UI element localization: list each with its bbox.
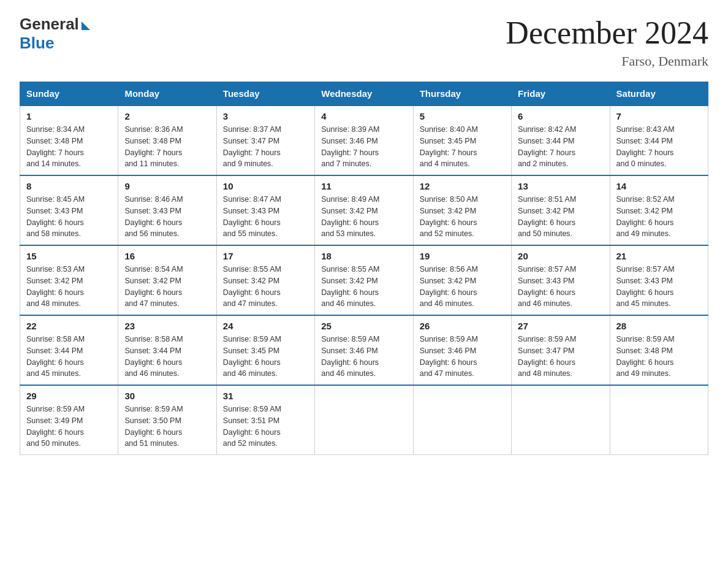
day-info: Sunrise: 8:51 AMSunset: 3:42 PMDaylight:… (518, 194, 603, 240)
calendar-cell: 13 Sunrise: 8:51 AMSunset: 3:42 PMDaylig… (512, 175, 610, 245)
day-info: Sunrise: 8:57 AMSunset: 3:43 PMDaylight:… (518, 264, 603, 310)
calendar-table: Sunday Monday Tuesday Wednesday Thursday… (20, 82, 708, 455)
calendar-cell: 21 Sunrise: 8:57 AMSunset: 3:43 PMDaylig… (610, 245, 708, 315)
day-number: 8 (26, 181, 112, 191)
day-info: Sunrise: 8:56 AMSunset: 3:42 PMDaylight:… (420, 264, 505, 310)
calendar-cell: 26 Sunrise: 8:59 AMSunset: 3:46 PMDaylig… (413, 315, 511, 385)
day-info: Sunrise: 8:57 AMSunset: 3:43 PMDaylight:… (616, 264, 702, 310)
day-number: 15 (26, 251, 112, 261)
day-info: Sunrise: 8:39 AMSunset: 3:46 PMDaylight:… (321, 124, 406, 170)
calendar-week-row-5: 29 Sunrise: 8:59 AMSunset: 3:49 PMDaylig… (20, 385, 708, 455)
col-saturday: Saturday (610, 82, 708, 106)
day-info: Sunrise: 8:59 AMSunset: 3:46 PMDaylight:… (321, 334, 406, 380)
day-number: 28 (616, 321, 702, 331)
calendar-title: December 2024 (506, 15, 708, 51)
calendar-cell: 8 Sunrise: 8:45 AMSunset: 3:43 PMDayligh… (20, 175, 118, 245)
day-number: 20 (518, 251, 603, 261)
day-number: 30 (124, 391, 210, 401)
logo: General Blue (20, 15, 90, 53)
day-info: Sunrise: 8:59 AMSunset: 3:50 PMDaylight:… (124, 404, 210, 450)
calendar-cell: 18 Sunrise: 8:55 AMSunset: 3:42 PMDaylig… (315, 245, 413, 315)
calendar-cell: 2 Sunrise: 8:36 AMSunset: 3:48 PMDayligh… (118, 105, 216, 175)
col-wednesday: Wednesday (315, 82, 413, 106)
day-number: 29 (26, 391, 112, 401)
calendar-cell: 31 Sunrise: 8:59 AMSunset: 3:51 PMDaylig… (216, 385, 314, 455)
calendar-cell: 9 Sunrise: 8:46 AMSunset: 3:43 PMDayligh… (118, 175, 216, 245)
calendar-week-row-4: 22 Sunrise: 8:58 AMSunset: 3:44 PMDaylig… (20, 315, 708, 385)
col-monday: Monday (118, 82, 216, 106)
day-info: Sunrise: 8:59 AMSunset: 3:46 PMDaylight:… (420, 334, 505, 380)
calendar-cell: 14 Sunrise: 8:52 AMSunset: 3:42 PMDaylig… (610, 175, 708, 245)
day-info: Sunrise: 8:37 AMSunset: 3:47 PMDaylight:… (223, 124, 308, 170)
day-info: Sunrise: 8:58 AMSunset: 3:44 PMDaylight:… (124, 334, 210, 380)
calendar-cell: 6 Sunrise: 8:42 AMSunset: 3:44 PMDayligh… (512, 105, 610, 175)
day-info: Sunrise: 8:40 AMSunset: 3:45 PMDaylight:… (420, 124, 505, 170)
calendar-cell: 17 Sunrise: 8:55 AMSunset: 3:42 PMDaylig… (216, 245, 314, 315)
day-number: 2 (124, 111, 210, 121)
col-tuesday: Tuesday (216, 82, 314, 106)
calendar-cell (413, 385, 511, 455)
calendar-cell: 22 Sunrise: 8:58 AMSunset: 3:44 PMDaylig… (20, 315, 118, 385)
calendar-week-row-1: 1 Sunrise: 8:34 AMSunset: 3:48 PMDayligh… (20, 105, 708, 175)
day-number: 31 (223, 391, 308, 401)
logo-blue-text: Blue (20, 34, 54, 53)
day-info: Sunrise: 8:47 AMSunset: 3:43 PMDaylight:… (223, 194, 308, 240)
calendar-cell: 30 Sunrise: 8:59 AMSunset: 3:50 PMDaylig… (118, 385, 216, 455)
day-info: Sunrise: 8:59 AMSunset: 3:47 PMDaylight:… (518, 334, 603, 380)
day-number: 19 (420, 251, 505, 261)
day-info: Sunrise: 8:55 AMSunset: 3:42 PMDaylight:… (321, 264, 406, 310)
day-number: 14 (616, 181, 702, 191)
calendar-cell: 11 Sunrise: 8:49 AMSunset: 3:42 PMDaylig… (315, 175, 413, 245)
day-number: 13 (518, 181, 603, 191)
calendar-header-row: Sunday Monday Tuesday Wednesday Thursday… (20, 82, 708, 106)
day-number: 17 (223, 251, 308, 261)
calendar-cell: 12 Sunrise: 8:50 AMSunset: 3:42 PMDaylig… (413, 175, 511, 245)
day-info: Sunrise: 8:58 AMSunset: 3:44 PMDaylight:… (26, 334, 112, 380)
day-number: 12 (420, 181, 505, 191)
day-number: 11 (321, 181, 406, 191)
day-number: 6 (518, 111, 603, 121)
day-info: Sunrise: 8:45 AMSunset: 3:43 PMDaylight:… (26, 194, 112, 240)
calendar-cell: 1 Sunrise: 8:34 AMSunset: 3:48 PMDayligh… (20, 105, 118, 175)
day-number: 27 (518, 321, 603, 331)
day-info: Sunrise: 8:59 AMSunset: 3:45 PMDaylight:… (223, 334, 308, 380)
day-info: Sunrise: 8:54 AMSunset: 3:42 PMDaylight:… (124, 264, 210, 310)
col-friday: Friday (512, 82, 610, 106)
calendar-week-row-3: 15 Sunrise: 8:53 AMSunset: 3:42 PMDaylig… (20, 245, 708, 315)
calendar-cell: 20 Sunrise: 8:57 AMSunset: 3:43 PMDaylig… (512, 245, 610, 315)
day-number: 26 (420, 321, 505, 331)
calendar-cell: 25 Sunrise: 8:59 AMSunset: 3:46 PMDaylig… (315, 315, 413, 385)
day-number: 23 (124, 321, 210, 331)
day-number: 21 (616, 251, 702, 261)
col-sunday: Sunday (20, 82, 118, 106)
day-number: 3 (223, 111, 308, 121)
calendar-cell: 19 Sunrise: 8:56 AMSunset: 3:42 PMDaylig… (413, 245, 511, 315)
logo-triangle-icon (82, 21, 90, 30)
day-info: Sunrise: 8:55 AMSunset: 3:42 PMDaylight:… (223, 264, 308, 310)
day-number: 24 (223, 321, 308, 331)
calendar-cell: 16 Sunrise: 8:54 AMSunset: 3:42 PMDaylig… (118, 245, 216, 315)
day-info: Sunrise: 8:59 AMSunset: 3:49 PMDaylight:… (26, 404, 112, 450)
calendar-cell: 3 Sunrise: 8:37 AMSunset: 3:47 PMDayligh… (216, 105, 314, 175)
day-info: Sunrise: 8:49 AMSunset: 3:42 PMDaylight:… (321, 194, 406, 240)
day-info: Sunrise: 8:43 AMSunset: 3:44 PMDaylight:… (616, 124, 702, 170)
day-info: Sunrise: 8:46 AMSunset: 3:43 PMDaylight:… (124, 194, 210, 240)
day-number: 22 (26, 321, 112, 331)
calendar-cell: 23 Sunrise: 8:58 AMSunset: 3:44 PMDaylig… (118, 315, 216, 385)
page-header: General Blue December 2024 Farso, Denmar… (20, 15, 708, 69)
day-info: Sunrise: 8:42 AMSunset: 3:44 PMDaylight:… (518, 124, 603, 170)
day-number: 7 (616, 111, 702, 121)
col-thursday: Thursday (413, 82, 511, 106)
day-info: Sunrise: 8:50 AMSunset: 3:42 PMDaylight:… (420, 194, 505, 240)
calendar-cell: 15 Sunrise: 8:53 AMSunset: 3:42 PMDaylig… (20, 245, 118, 315)
day-number: 9 (124, 181, 210, 191)
calendar-cell: 4 Sunrise: 8:39 AMSunset: 3:46 PMDayligh… (315, 105, 413, 175)
calendar-cell: 27 Sunrise: 8:59 AMSunset: 3:47 PMDaylig… (512, 315, 610, 385)
calendar-cell: 7 Sunrise: 8:43 AMSunset: 3:44 PMDayligh… (610, 105, 708, 175)
day-info: Sunrise: 8:36 AMSunset: 3:48 PMDaylight:… (124, 124, 210, 170)
calendar-subtitle: Farso, Denmark (506, 53, 708, 69)
calendar-cell: 28 Sunrise: 8:59 AMSunset: 3:48 PMDaylig… (610, 315, 708, 385)
calendar-cell: 24 Sunrise: 8:59 AMSunset: 3:45 PMDaylig… (216, 315, 314, 385)
day-number: 18 (321, 251, 406, 261)
day-number: 16 (124, 251, 210, 261)
